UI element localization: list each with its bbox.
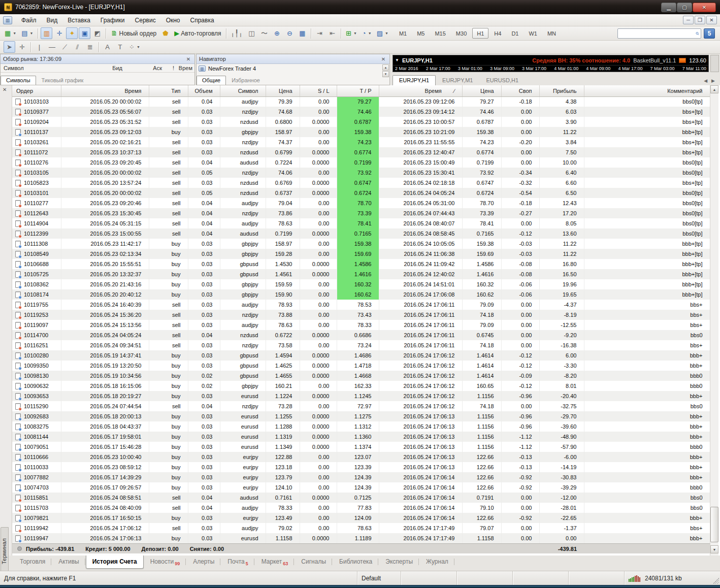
navigator-toggle[interactable]: ✦ — [66, 27, 78, 39]
table-row[interactable]: 101081742016.05.20 20:40:12buy0.03gbpjpy… — [12, 289, 710, 300]
col-header-7[interactable]: T / P — [337, 85, 379, 96]
table-row[interactable]: 100798212016.05.17 16:50:15buy0.03eurjpy… — [12, 513, 710, 523]
data-window-toggle[interactable]: ✛ — [53, 27, 65, 39]
table-row[interactable]: 100778822016.05.17 14:39:29buy0.03eurjpy… — [12, 472, 710, 482]
col-header-11[interactable]: Прибыль — [539, 85, 584, 96]
terminal-tab-Маркет[interactable]: Маркет63 — [255, 556, 295, 570]
scroll-up-icon[interactable]: ▲ — [382, 64, 389, 71]
table-row[interactable]: 101149042016.05.24 05:31:15sell0.04audjp… — [12, 218, 710, 228]
table-row[interactable]: 100936532016.05.18 20:19:27buy0.03eurusd… — [12, 391, 710, 401]
chart-system-icon[interactable]: ▥ — [3, 16, 12, 24]
scroll-down-icon[interactable]: ▼ — [710, 545, 718, 553]
col-header-5[interactable]: Цена — [266, 85, 300, 96]
table-row[interactable]: 101092042016.05.23 05:31:52sell0.03nzdus… — [12, 117, 710, 127]
timeframe-MN[interactable]: MN — [543, 28, 561, 39]
nav-tab-Общие[interactable]: Общие — [197, 76, 226, 85]
close-icon[interactable]: ✕ — [3, 87, 7, 92]
mdi-restore-button[interactable]: ❐ — [695, 16, 705, 24]
table-row[interactable]: 101002802016.05.19 14:37:41buy0.03gbpusd… — [12, 350, 710, 361]
terminal-tab-Почта[interactable]: Почта5 — [221, 556, 254, 570]
table-row[interactable]: 100993502016.05.19 13:20:50buy0.03gbpusd… — [12, 361, 710, 371]
metaeditor-button[interactable]: ⬟ — [159, 27, 171, 39]
table-row[interactable]: 101102772016.05.23 09:20:46sell0.04audjp… — [12, 198, 710, 208]
chart-tab-EURUSD,H1[interactable]: EURUSD,H1 — [479, 75, 525, 85]
col-header-3[interactable]: Объем — [188, 85, 220, 96]
market-watch-toggle[interactable]: ▥ — [41, 27, 52, 39]
table-row[interactable]: 101192532016.05.24 15:36:20sell0.03nzdjp… — [12, 310, 710, 320]
chart-window[interactable]: ▼ EURJPY,H1 Средняя ВН: 35% соотношение:… — [392, 55, 709, 72]
col-header-1[interactable]: Время — [61, 85, 149, 96]
menu-Файл[interactable]: Файл — [16, 15, 42, 25]
mw-col-![interactable]: ! — [162, 65, 174, 71]
crosshair-tool[interactable]: ✛ — [16, 41, 28, 53]
terminal-tab-Новости[interactable]: Новости99 — [144, 556, 186, 570]
line-chart-button[interactable]: 〜 — [258, 27, 270, 39]
menu-Вставка[interactable]: Вставка — [62, 15, 95, 25]
tile-windows-button[interactable]: ▦ — [297, 27, 308, 39]
table-row[interactable]: 101123992016.05.23 15:00:55sell0.04audus… — [12, 228, 710, 239]
timeframe-M30[interactable]: M30 — [451, 28, 471, 39]
table-row[interactable]: 101157032016.05.24 08:40:09sell0.04audjp… — [12, 503, 710, 513]
table-row[interactable]: 101085492016.05.23 02:13:34buy0.03gbpjpy… — [12, 249, 710, 259]
label-tool[interactable]: T — [114, 41, 126, 53]
mw-tab-Символы[interactable]: Символы — [1, 76, 36, 85]
table-row[interactable]: 100747032016.05.17 09:26:57buy0.03eurjpy… — [12, 482, 710, 493]
tabs-scroll-right-icon[interactable]: ▶ — [711, 78, 715, 83]
vertical-line-tool[interactable]: | — [34, 41, 45, 53]
indicators-button[interactable]: ⊞▼ — [344, 27, 359, 39]
table-row[interactable]: 101110722016.05.23 10:37:13sell0.03nzdus… — [12, 147, 710, 157]
table-row[interactable]: 101083622016.05.20 21:43:16buy0.03gbpjpy… — [12, 279, 710, 289]
table-row[interactable]: 101158512016.05.24 08:58:51sell0.04audus… — [12, 493, 710, 503]
terminal-scrollbar[interactable]: ▲ ▼ — [710, 85, 718, 556]
table-row[interactable]: 100811442016.05.17 19:58:01buy0.03eurusd… — [12, 432, 710, 442]
maximize-button[interactable]: ▢ — [677, 3, 692, 12]
bar-chart-button[interactable]: ╷╿╷ — [229, 27, 245, 39]
col-header-10[interactable]: Своп — [501, 85, 539, 96]
close-icon[interactable]: ✕ — [380, 56, 387, 62]
strategy-tester-toggle[interactable]: ◩ — [91, 27, 103, 39]
autotrading-button[interactable]: ▶Авто-торговля — [172, 27, 223, 39]
table-row[interactable]: 101031052016.05.20 00:00:02sell0.05nzdjp… — [12, 168, 710, 178]
table-row[interactable]: 100926832016.05.18 20:00:13buy0.03eurusd… — [12, 411, 710, 421]
fibonacci-tool[interactable]: ≣ — [84, 41, 96, 53]
table-row[interactable]: 101147002016.05.24 04:05:24sell0.04nzdus… — [12, 330, 710, 340]
resize-grip[interactable] — [713, 578, 719, 584]
terminal-tab-Торговля[interactable]: Торговля — [13, 556, 52, 569]
table-row[interactable]: 101162512016.05.24 09:34:51sell0.03nzdjp… — [12, 340, 710, 350]
table-row[interactable]: 101199472016.05.24 17:06:13buy0.03eurusd… — [12, 533, 710, 543]
mql5-community-button[interactable]: 5 — [704, 28, 715, 39]
scroll-up-icon[interactable]: ▲ — [710, 85, 718, 93]
chart-shift-button[interactable]: ⇤ — [326, 27, 338, 39]
mw-col-Врем[interactable]: Врем — [174, 65, 194, 71]
new-order-button[interactable]: 🗎Новый ордер — [109, 27, 158, 39]
chart-tab-EURJPY,M1[interactable]: EURJPY,M1 — [436, 75, 479, 85]
menu-Сервис[interactable]: Сервис — [130, 15, 161, 25]
chart-scrollbar[interactable] — [710, 55, 719, 72]
table-row[interactable]: 101126432016.05.23 15:30:45sell0.04nzdjp… — [12, 208, 710, 218]
timeframe-H4[interactable]: H4 — [489, 28, 506, 39]
timeframe-M5[interactable]: M5 — [412, 28, 429, 39]
table-row[interactable]: 101032612016.05.20 02:16:21sell0.03nzdjp… — [12, 137, 710, 147]
scrollbar-thumb[interactable] — [710, 507, 718, 542]
menu-Вид[interactable]: Вид — [42, 15, 63, 25]
cursor-tool[interactable]: ➤ — [4, 41, 15, 53]
table-row[interactable]: 100832752016.05.18 04:43:37buy0.03eurusd… — [12, 421, 710, 432]
mdi-close-button[interactable]: ✕ — [706, 16, 717, 24]
menu-Окно[interactable]: Окно — [161, 15, 185, 25]
table-row[interactable]: 101102762016.05.23 09:20:45sell0.04audus… — [12, 157, 710, 168]
table-row[interactable]: 101190972016.05.24 15:13:56sell0.03audjp… — [12, 320, 710, 330]
terminal-toggle[interactable]: ▣ — [79, 27, 90, 39]
table-row[interactable]: 101066882016.05.20 15:55:51buy0.03gbpusd… — [12, 259, 710, 269]
arrows-tool[interactable]: ⁘▼ — [127, 41, 142, 53]
table-row[interactable]: 101031032016.05.20 00:00:02sell0.04audjp… — [12, 96, 710, 107]
new-chart-button[interactable]: ▦▼ — [3, 27, 18, 39]
table-row[interactable]: 101199422016.05.24 17:06:12sell0.03audjp… — [12, 523, 710, 533]
table-row[interactable]: 101100332016.05.23 08:59:12buy0.03eurjpy… — [12, 462, 710, 472]
chevron-down-icon[interactable]: ▼ — [395, 58, 399, 62]
search-icon[interactable] — [696, 30, 699, 37]
terminal-tab-История Счета[interactable]: История Счета — [86, 556, 144, 569]
terminal-tab-Библиотека[interactable]: Библиотека — [333, 556, 379, 569]
chart-tab-EURJPY,H1[interactable]: EURJPY,H1 — [392, 75, 436, 85]
table-row[interactable]: 101197552016.05.24 16:40:39sell0.03audjp… — [12, 300, 710, 310]
table-row[interactable]: 101058232016.05.20 13:57:24sell0.03nzdus… — [12, 178, 710, 188]
